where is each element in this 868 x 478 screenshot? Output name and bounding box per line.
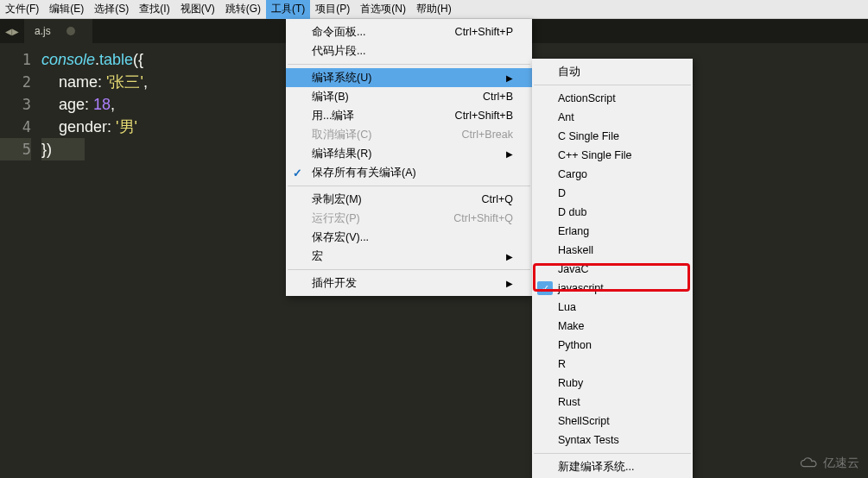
chevron-right-icon: ▶	[506, 149, 513, 159]
menubar: 文件(F) 编辑(E) 选择(S) 查找(I) 视图(V) 跳转(G) 工具(T…	[0, 0, 868, 19]
menu-file[interactable]: 文件(F)	[0, 0, 44, 19]
build-rust[interactable]: Rust	[532, 393, 693, 412]
build-erlang[interactable]: Erlang	[532, 222, 693, 241]
menu-command-palette[interactable]: 命令面板...Ctrl+Shift+P	[286, 22, 532, 41]
chevron-right-icon: ▶	[506, 73, 513, 83]
tab-prev-button[interactable]: ◀▶	[0, 19, 24, 43]
build-haskell[interactable]: Haskell	[532, 241, 693, 260]
line-number: 2	[0, 71, 31, 93]
menu-help[interactable]: 帮助(H)	[411, 0, 457, 19]
menu-tools[interactable]: 工具(T)	[266, 0, 310, 19]
build-ruby[interactable]: Ruby	[532, 374, 693, 393]
menu-snippets[interactable]: 代码片段...	[286, 41, 532, 60]
menu-selection[interactable]: 选择(S)	[89, 0, 134, 19]
menu-preferences[interactable]: 首选项(N)	[355, 0, 411, 19]
line-number: 5	[0, 138, 31, 160]
menu-save-all-build[interactable]: ✓保存所有有关编译(A)	[286, 163, 532, 182]
menu-build-with[interactable]: 用...编译Ctrl+Shift+B	[286, 106, 532, 125]
menu-cancel-build: 取消编译(C)Ctrl+Break	[286, 125, 532, 144]
check-icon: ✓	[293, 167, 302, 179]
line-number: 3	[0, 93, 31, 116]
build-python[interactable]: Python	[532, 336, 693, 355]
menu-view[interactable]: 视图(V)	[175, 0, 220, 19]
chevron-right-icon: ▶	[506, 279, 513, 288]
watermark: 亿速云	[799, 456, 859, 471]
menu-run-macro: 运行宏(P)Ctrl+Shift+Q	[286, 209, 532, 228]
build-d-dub[interactable]: D dub	[532, 203, 693, 222]
line-number: 1	[0, 48, 31, 71]
close-icon[interactable]	[67, 27, 75, 35]
build-shellscript[interactable]: ShellScript	[532, 412, 693, 431]
tab-file[interactable]: a.js	[24, 19, 92, 43]
cloud-icon	[799, 456, 820, 471]
line-number: 4	[0, 116, 31, 138]
build-ant[interactable]: Ant	[532, 108, 693, 127]
build-actionscript[interactable]: ActionScript	[532, 89, 693, 108]
tab-label: a.js	[35, 25, 51, 37]
menu-edit[interactable]: 编辑(E)	[44, 0, 89, 19]
build-d[interactable]: D	[532, 184, 693, 203]
menu-build-system[interactable]: 编译系统(U)▶	[286, 68, 532, 87]
build-cargo[interactable]: Cargo	[532, 165, 693, 184]
build-automatic[interactable]: 自动	[532, 62, 693, 81]
code-area[interactable]: console.table({ name: '张三', age: 18, gen…	[41, 43, 148, 478]
gutter: 1 2 3 4 5	[0, 43, 41, 478]
menu-record-macro[interactable]: 录制宏(M)Ctrl+Q	[286, 190, 532, 209]
build-r[interactable]: R	[532, 355, 693, 374]
chevron-right-icon: ▶	[506, 252, 513, 261]
build-c-single[interactable]: C Single File	[532, 127, 693, 146]
build-lua[interactable]: Lua	[532, 298, 693, 317]
tools-menu: 命令面板...Ctrl+Shift+P 代码片段... 编译系统(U)▶ 编译(…	[286, 19, 532, 296]
menu-save-macro[interactable]: 保存宏(V)...	[286, 228, 532, 247]
build-make[interactable]: Make	[532, 317, 693, 336]
build-cpp-single[interactable]: C++ Single File	[532, 146, 693, 165]
build-new-system[interactable]: 新建编译系统...	[532, 457, 693, 476]
menu-build[interactable]: 编译(B)Ctrl+B	[286, 87, 532, 106]
menu-project[interactable]: 项目(P)	[310, 0, 355, 19]
menu-goto[interactable]: 跳转(G)	[220, 0, 266, 19]
menu-build-results[interactable]: 编译结果(R)▶	[286, 144, 532, 163]
menu-macros[interactable]: 宏▶	[286, 247, 532, 266]
menu-plugin-dev[interactable]: 插件开发▶	[286, 274, 532, 292]
build-syntax-tests[interactable]: Syntax Tests	[532, 431, 693, 450]
annotation-highlight	[533, 263, 690, 292]
menu-find[interactable]: 查找(I)	[134, 0, 174, 19]
